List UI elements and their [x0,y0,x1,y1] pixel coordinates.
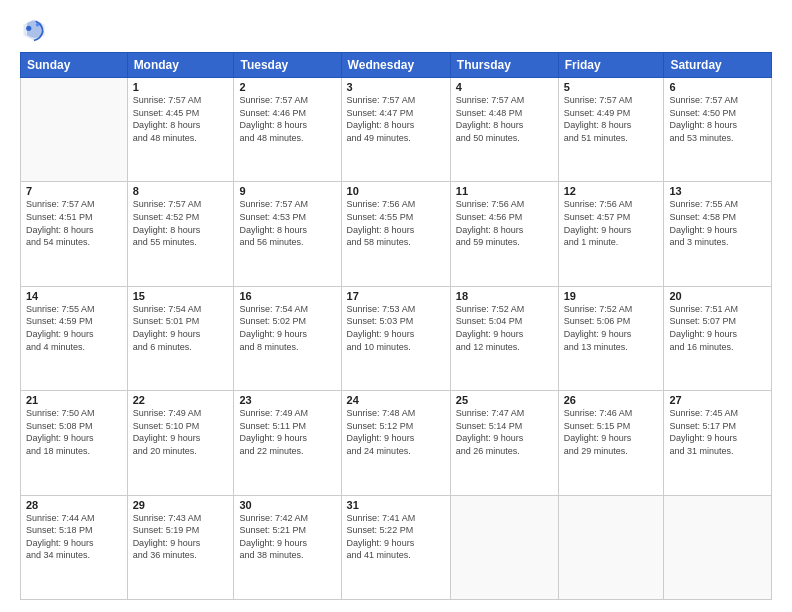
day-number: 22 [133,394,229,406]
calendar-cell: 11Sunrise: 7:56 AM Sunset: 4:56 PM Dayli… [450,182,558,286]
calendar-cell: 30Sunrise: 7:42 AM Sunset: 5:21 PM Dayli… [234,495,341,599]
day-number: 29 [133,499,229,511]
calendar-week-row: 14Sunrise: 7:55 AM Sunset: 4:59 PM Dayli… [21,286,772,390]
calendar-cell: 28Sunrise: 7:44 AM Sunset: 5:18 PM Dayli… [21,495,128,599]
calendar-cell: 2Sunrise: 7:57 AM Sunset: 4:46 PM Daylig… [234,78,341,182]
day-number: 24 [347,394,445,406]
day-info: Sunrise: 7:57 AM Sunset: 4:51 PM Dayligh… [26,198,122,248]
calendar-cell: 9Sunrise: 7:57 AM Sunset: 4:53 PM Daylig… [234,182,341,286]
calendar-cell: 1Sunrise: 7:57 AM Sunset: 4:45 PM Daylig… [127,78,234,182]
day-info: Sunrise: 7:50 AM Sunset: 5:08 PM Dayligh… [26,407,122,457]
calendar-cell: 23Sunrise: 7:49 AM Sunset: 5:11 PM Dayli… [234,391,341,495]
calendar-cell: 16Sunrise: 7:54 AM Sunset: 5:02 PM Dayli… [234,286,341,390]
day-info: Sunrise: 7:57 AM Sunset: 4:47 PM Dayligh… [347,94,445,144]
calendar-cell: 18Sunrise: 7:52 AM Sunset: 5:04 PM Dayli… [450,286,558,390]
day-info: Sunrise: 7:57 AM Sunset: 4:53 PM Dayligh… [239,198,335,248]
calendar-week-row: 1Sunrise: 7:57 AM Sunset: 4:45 PM Daylig… [21,78,772,182]
calendar-cell: 26Sunrise: 7:46 AM Sunset: 5:15 PM Dayli… [558,391,664,495]
calendar-cell: 6Sunrise: 7:57 AM Sunset: 4:50 PM Daylig… [664,78,772,182]
svg-point-2 [26,26,31,31]
day-number: 21 [26,394,122,406]
calendar-cell: 22Sunrise: 7:49 AM Sunset: 5:10 PM Dayli… [127,391,234,495]
day-number: 23 [239,394,335,406]
day-info: Sunrise: 7:47 AM Sunset: 5:14 PM Dayligh… [456,407,553,457]
day-info: Sunrise: 7:49 AM Sunset: 5:10 PM Dayligh… [133,407,229,457]
calendar-cell: 5Sunrise: 7:57 AM Sunset: 4:49 PM Daylig… [558,78,664,182]
day-info: Sunrise: 7:41 AM Sunset: 5:22 PM Dayligh… [347,512,445,562]
day-number: 5 [564,81,659,93]
weekday-header: Wednesday [341,53,450,78]
day-info: Sunrise: 7:57 AM Sunset: 4:46 PM Dayligh… [239,94,335,144]
calendar-cell: 17Sunrise: 7:53 AM Sunset: 5:03 PM Dayli… [341,286,450,390]
calendar-cell: 24Sunrise: 7:48 AM Sunset: 5:12 PM Dayli… [341,391,450,495]
day-info: Sunrise: 7:55 AM Sunset: 4:59 PM Dayligh… [26,303,122,353]
header [20,16,772,44]
day-info: Sunrise: 7:57 AM Sunset: 4:52 PM Dayligh… [133,198,229,248]
calendar-cell: 15Sunrise: 7:54 AM Sunset: 5:01 PM Dayli… [127,286,234,390]
calendar-cell: 8Sunrise: 7:57 AM Sunset: 4:52 PM Daylig… [127,182,234,286]
day-number: 6 [669,81,766,93]
weekday-header: Tuesday [234,53,341,78]
calendar-week-row: 7Sunrise: 7:57 AM Sunset: 4:51 PM Daylig… [21,182,772,286]
calendar-cell: 14Sunrise: 7:55 AM Sunset: 4:59 PM Dayli… [21,286,128,390]
calendar-cell: 21Sunrise: 7:50 AM Sunset: 5:08 PM Dayli… [21,391,128,495]
weekday-header: Friday [558,53,664,78]
day-info: Sunrise: 7:44 AM Sunset: 5:18 PM Dayligh… [26,512,122,562]
calendar-cell: 7Sunrise: 7:57 AM Sunset: 4:51 PM Daylig… [21,182,128,286]
day-number: 11 [456,185,553,197]
calendar-cell: 27Sunrise: 7:45 AM Sunset: 5:17 PM Dayli… [664,391,772,495]
day-number: 13 [669,185,766,197]
weekday-header: Saturday [664,53,772,78]
day-info: Sunrise: 7:54 AM Sunset: 5:02 PM Dayligh… [239,303,335,353]
day-info: Sunrise: 7:52 AM Sunset: 5:04 PM Dayligh… [456,303,553,353]
calendar-cell [450,495,558,599]
day-info: Sunrise: 7:56 AM Sunset: 4:57 PM Dayligh… [564,198,659,248]
calendar-cell: 3Sunrise: 7:57 AM Sunset: 4:47 PM Daylig… [341,78,450,182]
day-info: Sunrise: 7:57 AM Sunset: 4:49 PM Dayligh… [564,94,659,144]
page: SundayMondayTuesdayWednesdayThursdayFrid… [0,0,792,612]
weekday-header: Monday [127,53,234,78]
calendar-cell [558,495,664,599]
calendar-cell: 31Sunrise: 7:41 AM Sunset: 5:22 PM Dayli… [341,495,450,599]
day-number: 8 [133,185,229,197]
day-info: Sunrise: 7:57 AM Sunset: 4:48 PM Dayligh… [456,94,553,144]
day-number: 9 [239,185,335,197]
day-number: 19 [564,290,659,302]
day-number: 28 [26,499,122,511]
calendar-week-row: 28Sunrise: 7:44 AM Sunset: 5:18 PM Dayli… [21,495,772,599]
day-info: Sunrise: 7:56 AM Sunset: 4:56 PM Dayligh… [456,198,553,248]
day-number: 15 [133,290,229,302]
logo [20,16,52,44]
day-number: 4 [456,81,553,93]
calendar-cell: 10Sunrise: 7:56 AM Sunset: 4:55 PM Dayli… [341,182,450,286]
calendar-body: 1Sunrise: 7:57 AM Sunset: 4:45 PM Daylig… [21,78,772,600]
calendar-cell: 13Sunrise: 7:55 AM Sunset: 4:58 PM Dayli… [664,182,772,286]
day-info: Sunrise: 7:48 AM Sunset: 5:12 PM Dayligh… [347,407,445,457]
day-number: 25 [456,394,553,406]
day-number: 1 [133,81,229,93]
weekday-header: Sunday [21,53,128,78]
day-number: 17 [347,290,445,302]
day-info: Sunrise: 7:53 AM Sunset: 5:03 PM Dayligh… [347,303,445,353]
day-info: Sunrise: 7:51 AM Sunset: 5:07 PM Dayligh… [669,303,766,353]
day-info: Sunrise: 7:55 AM Sunset: 4:58 PM Dayligh… [669,198,766,248]
day-number: 14 [26,290,122,302]
day-number: 3 [347,81,445,93]
calendar-cell [21,78,128,182]
day-info: Sunrise: 7:57 AM Sunset: 4:50 PM Dayligh… [669,94,766,144]
day-number: 31 [347,499,445,511]
day-info: Sunrise: 7:49 AM Sunset: 5:11 PM Dayligh… [239,407,335,457]
day-number: 2 [239,81,335,93]
day-info: Sunrise: 7:54 AM Sunset: 5:01 PM Dayligh… [133,303,229,353]
day-number: 30 [239,499,335,511]
day-number: 18 [456,290,553,302]
day-number: 7 [26,185,122,197]
day-number: 20 [669,290,766,302]
day-info: Sunrise: 7:42 AM Sunset: 5:21 PM Dayligh… [239,512,335,562]
calendar-cell: 29Sunrise: 7:43 AM Sunset: 5:19 PM Dayli… [127,495,234,599]
svg-point-3 [36,23,40,27]
day-info: Sunrise: 7:57 AM Sunset: 4:45 PM Dayligh… [133,94,229,144]
day-info: Sunrise: 7:56 AM Sunset: 4:55 PM Dayligh… [347,198,445,248]
weekday-header: Thursday [450,53,558,78]
day-info: Sunrise: 7:45 AM Sunset: 5:17 PM Dayligh… [669,407,766,457]
